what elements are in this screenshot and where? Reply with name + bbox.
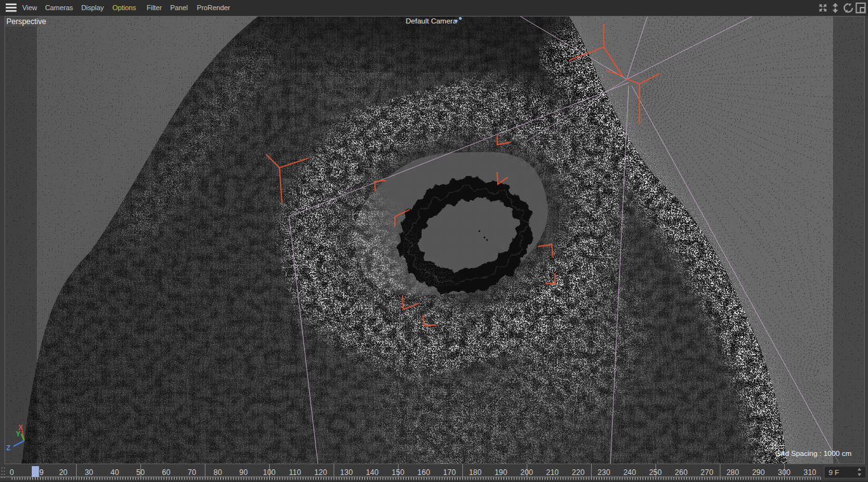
svg-text:Y: Y xyxy=(16,430,20,438)
svg-text:Z: Z xyxy=(6,444,11,452)
